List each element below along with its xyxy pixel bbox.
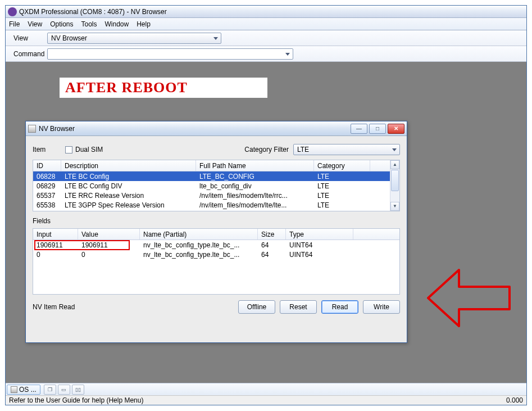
fcol-value[interactable]: Value [78, 229, 140, 240]
annotation-banner: AFTER REBOOT [60, 78, 267, 98]
write-button[interactable]: Write [363, 300, 400, 314]
statusbar: Refer to the User Guide for help (Help M… [6, 395, 526, 405]
col-cat[interactable]: Category [314, 160, 370, 171]
table-row[interactable]: 06828 LTE BC Config LTE_BC_CONFIG LTE [33, 171, 399, 181]
status-text: Refer to the User Guide for help (Help M… [9, 396, 143, 404]
category-filter-label: Category Filter [244, 146, 289, 153]
titlebar[interactable]: QXDM Professional (COM8 : 4087) - NV Bro… [6, 6, 526, 18]
view-label: View [13, 34, 47, 42]
items-table: ID Description Full Path Name Category 0… [33, 160, 400, 211]
taskbar-window-icon [11, 386, 17, 393]
menu-options[interactable]: Options [50, 20, 73, 28]
read-button[interactable]: Read [321, 300, 358, 314]
command-label: Command [13, 50, 47, 58]
field-row[interactable]: 1906911 1906911 nv_lte_bc_config_type.lt… [33, 240, 399, 250]
col-id[interactable]: ID [33, 160, 61, 171]
nv-browser-title: NV Browser [39, 125, 75, 133]
window-arrange-buttons: ❐ ▭ ▯▯ [44, 385, 84, 395]
field-row[interactable]: 0 0 nv_lte_bc_config_type.lte_bc_... 64 … [33, 250, 399, 259]
col-path[interactable]: Full Path Name [196, 160, 314, 171]
category-filter-value: LTE [297, 146, 309, 153]
mdi-taskbar: OS ... ❐ ▭ ▯▯ [6, 383, 526, 395]
fcol-name[interactable]: Name (Partial) [140, 229, 258, 240]
nv-browser-titlebar[interactable]: NV Browser — □ ✕ [26, 121, 407, 136]
nv-browser-icon [28, 125, 36, 133]
dualsim-label: Dual SIM [75, 146, 103, 153]
dualsim-checkbox[interactable] [65, 146, 72, 153]
maximize-button[interactable]: □ [369, 124, 386, 134]
tile-horizontal-button[interactable]: ▭ [58, 385, 70, 395]
scroll-up-icon[interactable]: ▲ [390, 160, 399, 169]
fcol-size[interactable]: Size [258, 229, 286, 240]
menu-file[interactable]: File [9, 20, 20, 28]
view-toolbar: View NV Browser [6, 30, 526, 46]
scroll-thumb[interactable] [391, 170, 399, 191]
main-window: QXDM Professional (COM8 : 4087) - NV Bro… [5, 5, 527, 405]
col-desc[interactable]: Description [61, 160, 196, 171]
annotation-arrow-icon [425, 264, 515, 332]
menu-window[interactable]: Window [105, 20, 129, 28]
item-label: Item [33, 146, 65, 153]
taskbar-item[interactable]: OS ... [7, 385, 40, 395]
reset-button[interactable]: Reset [280, 300, 317, 314]
nv-status-text: NV Item Read [33, 303, 75, 311]
menubar: File View Options Tools Window Help [6, 18, 526, 30]
mdi-workspace: AFTER REBOOT NV Browser — □ ✕ Item Dual … [6, 62, 526, 383]
scroll-down-icon[interactable]: ▼ [390, 202, 399, 211]
offline-button[interactable]: Offline [238, 300, 275, 314]
minimize-button[interactable]: — [351, 124, 367, 134]
tile-vertical-button[interactable]: ▯▯ [72, 385, 84, 395]
cascade-button[interactable]: ❐ [44, 385, 56, 395]
menu-view[interactable]: View [28, 20, 42, 28]
menu-help[interactable]: Help [137, 20, 151, 28]
window-title: QXDM Professional (COM8 : 4087) - NV Bro… [19, 8, 167, 16]
view-combo-value: NV Browser [51, 34, 87, 42]
table-row[interactable]: 06829 LTE BC Config DIV lte_bc_config_di… [33, 181, 399, 191]
fields-label: Fields [33, 217, 400, 225]
fcol-type[interactable]: Type [286, 229, 353, 240]
status-value: 0.000 [506, 396, 523, 404]
category-filter-combo[interactable]: LTE [293, 144, 400, 155]
view-combo[interactable]: NV Browser [47, 33, 221, 44]
nv-browser-window: NV Browser — □ ✕ Item Dual SIM Category … [25, 121, 407, 343]
table-row[interactable]: 65537 LTE RRC Release Version /nv/item_f… [33, 191, 399, 200]
taskbar-item-label: OS ... [19, 386, 37, 394]
command-combo[interactable] [47, 48, 293, 60]
close-button[interactable]: ✕ [388, 124, 404, 134]
menu-tools[interactable]: Tools [81, 20, 97, 28]
fields-table: Input Value Name (Partial) Size Type 190… [33, 228, 400, 295]
fcol-input[interactable]: Input [33, 229, 78, 240]
table-row[interactable]: 65538 LTE 3GPP Spec Release Version /nv/… [33, 200, 399, 210]
app-icon [8, 7, 17, 16]
command-toolbar: Command [6, 46, 526, 62]
items-scrollbar[interactable]: ▲ ▼ [390, 160, 399, 211]
